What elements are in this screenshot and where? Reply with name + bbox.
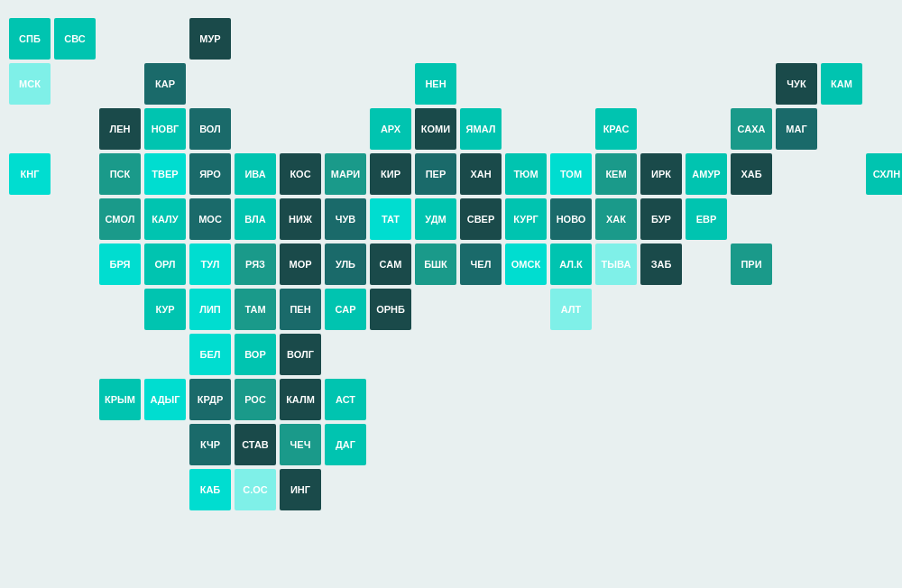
region-cell[interactable]: КАЛУ <box>144 198 186 240</box>
region-cell[interactable]: РЯЗ <box>235 243 276 285</box>
region-cell[interactable]: ВОР <box>235 334 276 375</box>
region-cell[interactable]: ТАТ <box>370 198 411 240</box>
region-cell[interactable]: ВЛА <box>235 198 276 240</box>
region-cell[interactable]: АСТ <box>325 379 366 420</box>
region-cell[interactable]: ТУЛ <box>189 243 231 285</box>
region-cell[interactable]: КАЛМ <box>280 379 321 420</box>
region-cell[interactable]: ХАН <box>460 153 502 195</box>
region-cell[interactable]: ЗАБ <box>640 243 682 285</box>
region-cell[interactable]: НОВО <box>550 198 592 240</box>
region-cell[interactable]: ОРЛ <box>144 243 186 285</box>
region-cell[interactable]: КРЫМ <box>99 379 141 420</box>
region-cell[interactable]: АЛТ <box>550 289 592 330</box>
region-cell[interactable]: КНГ <box>9 153 51 195</box>
region-cell[interactable]: ПСК <box>99 153 141 195</box>
map-container: СПБСВСМУРМСККАРНЕНЧУККАМЛЕННОВГВОЛАРХКОМ… <box>0 0 902 588</box>
region-cell[interactable]: КУРГ <box>505 198 547 240</box>
region-cell[interactable]: МУР <box>189 18 231 60</box>
region-cell[interactable]: БЕЛ <box>189 334 231 375</box>
region-cell[interactable]: ЧЕЛ <box>460 243 502 285</box>
region-cell[interactable]: СХЛН <box>866 153 902 195</box>
region-cell[interactable]: СТАВ <box>235 424 276 465</box>
region-cell[interactable]: ТВЕР <box>144 153 186 195</box>
region-cell[interactable]: С.ОС <box>235 469 276 510</box>
region-cell[interactable]: БШК <box>415 243 456 285</box>
region-cell[interactable]: ТЫВА <box>595 243 637 285</box>
region-cell[interactable]: НИЖ <box>280 198 321 240</box>
region-cell[interactable]: ОМСК <box>505 243 547 285</box>
region-cell[interactable]: ЯРО <box>189 153 231 195</box>
region-cell[interactable]: КЕМ <box>595 153 637 195</box>
region-cell[interactable]: ИРК <box>640 153 682 195</box>
region-cell[interactable]: ТАМ <box>235 289 276 330</box>
region-cell[interactable]: МОР <box>280 243 321 285</box>
region-cell[interactable]: ВОЛГ <box>280 334 321 375</box>
region-cell[interactable]: САР <box>325 289 366 330</box>
region-cell[interactable]: МАГ <box>776 108 817 150</box>
region-cell[interactable]: ПЕР <box>415 153 456 195</box>
region-cell[interactable]: КУР <box>144 289 186 330</box>
region-cell[interactable]: НЕН <box>415 63 456 105</box>
region-cell[interactable]: НОВГ <box>144 108 186 150</box>
region-cell[interactable]: КЧР <box>189 424 231 465</box>
region-cell[interactable]: ДАГ <box>325 424 366 465</box>
region-cell[interactable]: КРДР <box>189 379 231 420</box>
region-cell[interactable]: КРАС <box>595 108 637 150</box>
region-cell[interactable]: СВС <box>54 18 96 60</box>
region-cell[interactable]: МАРИ <box>325 153 366 195</box>
region-cell[interactable]: ОРНБ <box>370 289 411 330</box>
region-cell[interactable]: ВОЛ <box>189 108 231 150</box>
region-cell[interactable]: КОС <box>280 153 321 195</box>
region-cell[interactable]: КАМ <box>821 63 862 105</box>
region-cell[interactable]: БУР <box>640 198 682 240</box>
region-cell[interactable]: ЛИП <box>189 289 231 330</box>
region-cell[interactable]: ИНГ <box>280 469 321 510</box>
region-cell[interactable]: САМ <box>370 243 411 285</box>
region-cell[interactable]: СПБ <box>9 18 51 60</box>
region-cell[interactable]: КОМИ <box>415 108 456 150</box>
region-cell[interactable]: ЛЕН <box>99 108 141 150</box>
region-cell[interactable]: АМУР <box>686 153 727 195</box>
region-cell[interactable]: ЯМАЛ <box>460 108 502 150</box>
region-cell[interactable]: ПРИ <box>731 243 772 285</box>
region-cell[interactable]: ТЮМ <box>505 153 547 195</box>
region-cell[interactable]: СМОЛ <box>99 198 141 240</box>
region-cell[interactable]: АЛ.К <box>550 243 592 285</box>
region-cell[interactable]: КАБ <box>189 469 231 510</box>
region-cell[interactable]: БРЯ <box>99 243 141 285</box>
region-cell[interactable]: АДЫГ <box>144 379 186 420</box>
region-cell[interactable]: ЧЕЧ <box>280 424 321 465</box>
region-cell[interactable]: ХАБ <box>731 153 772 195</box>
region-cell[interactable]: ПЕН <box>280 289 321 330</box>
region-cell[interactable]: УЛЬ <box>325 243 366 285</box>
region-cell[interactable]: УДМ <box>415 198 456 240</box>
region-cell[interactable]: КИР <box>370 153 411 195</box>
region-cell[interactable]: РОС <box>235 379 276 420</box>
region-cell[interactable]: КАР <box>144 63 186 105</box>
region-cell[interactable]: СВЕР <box>460 198 502 240</box>
region-cell[interactable]: ЕВР <box>686 198 727 240</box>
region-cell[interactable]: ХАК <box>595 198 637 240</box>
region-cell[interactable]: МОС <box>189 198 231 240</box>
region-cell[interactable]: САХА <box>731 108 772 150</box>
region-cell[interactable]: ЧУВ <box>325 198 366 240</box>
region-cell[interactable]: АРХ <box>370 108 411 150</box>
region-cell[interactable]: МСК <box>9 63 51 105</box>
region-cell[interactable]: ИВА <box>235 153 276 195</box>
region-cell[interactable]: ЧУК <box>776 63 817 105</box>
region-cell[interactable]: ТОМ <box>550 153 592 195</box>
